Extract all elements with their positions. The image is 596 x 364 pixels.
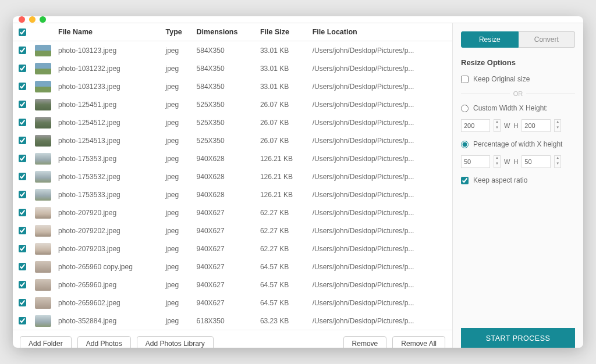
- table-row[interactable]: photo-352884.jpegjpeg618X35063.23 KB/Use…: [13, 312, 452, 330]
- row-checkbox[interactable]: [19, 101, 26, 108]
- row-checkbox[interactable]: [19, 47, 26, 54]
- row-checkbox[interactable]: [19, 65, 26, 72]
- cell-type: jpeg: [162, 185, 193, 204]
- row-checkbox[interactable]: [19, 137, 26, 144]
- thumbnail-icon: [35, 225, 51, 237]
- row-checkbox[interactable]: [19, 119, 26, 126]
- cell-filelocation: /Users/john/Desktop/Pictures/p...: [309, 59, 452, 77]
- row-checkbox[interactable]: [19, 173, 26, 180]
- row-checkbox[interactable]: [19, 191, 26, 198]
- content-area: File Name Type Dimensions File Size File…: [13, 23, 583, 348]
- cell-filesize: 33.01 KB: [257, 41, 309, 60]
- add-folder-button[interactable]: Add Folder: [20, 336, 72, 348]
- table-row[interactable]: photo-265960.jpegjpeg940X62764.57 KB/Use…: [13, 276, 452, 294]
- cell-filesize: 63.23 KB: [257, 312, 309, 330]
- table-row[interactable]: photo-175353.jpegjpeg940X628126.21 KB/Us…: [13, 149, 452, 167]
- table-row[interactable]: photo-1753532.jpegjpeg940X628126.21 KB/U…: [13, 167, 452, 185]
- col-filesize[interactable]: File Size: [257, 23, 309, 41]
- table-row[interactable]: photo-1753533.jpegjpeg940X628126.21 KB/U…: [13, 185, 452, 204]
- close-icon[interactable]: [19, 16, 25, 23]
- cell-filename: photo-265960.jpeg: [55, 276, 162, 294]
- percent-width-input[interactable]: [461, 155, 490, 168]
- row-checkbox[interactable]: [19, 317, 26, 324]
- table-row[interactable]: photo-265960 copy.jpegjpeg940X62764.57 K…: [13, 258, 452, 276]
- fullscreen-icon[interactable]: [40, 16, 46, 23]
- tab-resize[interactable]: Resize: [461, 31, 519, 48]
- custom-height-input[interactable]: [522, 119, 551, 132]
- app-window: File Name Type Dimensions File Size File…: [13, 16, 583, 348]
- row-checkbox[interactable]: [19, 299, 26, 306]
- file-table: File Name Type Dimensions File Size File…: [13, 23, 452, 330]
- keep-original-checkbox[interactable]: [461, 76, 469, 83]
- add-photos-button[interactable]: Add Photos: [77, 336, 131, 348]
- cell-type: jpeg: [162, 131, 193, 149]
- cell-filesize: 33.01 KB: [257, 77, 309, 95]
- table-row[interactable]: photo-1254513.jpegjpeg525X35026.07 KB/Us…: [13, 131, 452, 149]
- cell-dimensions: 940X627: [193, 276, 257, 294]
- width-stepper[interactable]: ▲▼: [494, 119, 501, 132]
- cell-filesize: 26.07 KB: [257, 95, 309, 113]
- cell-dimensions: 525X350: [193, 131, 257, 149]
- keep-aspect-checkbox[interactable]: [461, 177, 469, 184]
- row-checkbox[interactable]: [19, 263, 26, 270]
- table-row[interactable]: photo-2079203.jpegjpeg940X62762.27 KB/Us…: [13, 240, 452, 258]
- resize-options-title: Resize Options: [461, 58, 575, 67]
- cell-filelocation: /Users/john/Desktop/Pictures/p...: [309, 258, 452, 276]
- minimize-icon[interactable]: [29, 16, 36, 23]
- percentage-radio[interactable]: [461, 141, 469, 148]
- percent-width-stepper[interactable]: ▲▼: [494, 155, 501, 168]
- table-row[interactable]: photo-125451.jpegjpeg525X35026.07 KB/Use…: [13, 95, 452, 113]
- row-checkbox[interactable]: [19, 83, 26, 90]
- col-type[interactable]: Type: [162, 23, 193, 41]
- col-filename[interactable]: File Name: [55, 23, 162, 41]
- percent-height-input[interactable]: [522, 155, 551, 168]
- table-row[interactable]: photo-2079202.jpegjpeg940X62762.27 KB/Us…: [13, 222, 452, 240]
- cell-filelocation: /Users/john/Desktop/Pictures/p...: [309, 41, 452, 60]
- cell-dimensions: 940X628: [193, 167, 257, 185]
- cell-filesize: 126.21 KB: [257, 149, 309, 167]
- cell-filelocation: /Users/john/Desktop/Pictures/p...: [309, 185, 452, 204]
- cell-filesize: 62.27 KB: [257, 222, 309, 240]
- table-row[interactable]: photo-207920.jpegjpeg940X62762.27 KB/Use…: [13, 204, 452, 222]
- cell-filename: photo-2079203.jpeg: [55, 240, 162, 258]
- row-checkbox[interactable]: [19, 245, 26, 252]
- row-checkbox[interactable]: [19, 227, 26, 234]
- table-row[interactable]: photo-1031233.jpegjpeg584X35033.01 KB/Us…: [13, 77, 452, 95]
- cell-filesize: 26.07 KB: [257, 113, 309, 131]
- remove-button[interactable]: Remove: [343, 336, 387, 348]
- row-checkbox[interactable]: [19, 155, 26, 162]
- row-checkbox[interactable]: [19, 209, 26, 216]
- cell-filename: photo-207920.jpeg: [55, 204, 162, 222]
- cell-filename: photo-1254513.jpeg: [55, 131, 162, 149]
- height-stepper[interactable]: ▲▼: [554, 119, 561, 132]
- tab-convert[interactable]: Convert: [519, 31, 576, 48]
- mode-tabs: Resize Convert: [461, 31, 575, 48]
- thumbnail-icon: [35, 117, 51, 129]
- add-photos-library-button[interactable]: Add Photos Library: [137, 336, 214, 348]
- cell-type: jpeg: [162, 113, 193, 131]
- select-all-checkbox[interactable]: [19, 28, 26, 36]
- thumbnail-icon: [35, 297, 51, 309]
- remove-all-button[interactable]: Remove All: [392, 336, 445, 348]
- cell-filename: photo-1031232.jpeg: [55, 59, 162, 77]
- cell-type: jpeg: [162, 41, 193, 60]
- table-row[interactable]: photo-1031232.jpegjpeg584X35033.01 KB/Us…: [13, 59, 452, 77]
- cell-filename: photo-1753533.jpeg: [55, 185, 162, 204]
- cell-filelocation: /Users/john/Desktop/Pictures/p...: [309, 240, 452, 258]
- cell-filesize: 33.01 KB: [257, 59, 309, 77]
- custom-width-input[interactable]: [461, 119, 490, 132]
- table-row[interactable]: photo-103123.jpegjpeg584X35033.01 KB/Use…: [13, 41, 452, 60]
- cell-filesize: 62.27 KB: [257, 204, 309, 222]
- table-row[interactable]: photo-1254512.jpegjpeg525X35026.07 KB/Us…: [13, 113, 452, 131]
- percent-height-stepper[interactable]: ▲▼: [554, 155, 561, 168]
- cell-filesize: 126.21 KB: [257, 185, 309, 204]
- cell-filename: photo-352884.jpeg: [55, 312, 162, 330]
- row-checkbox[interactable]: [19, 281, 26, 288]
- cell-filename: photo-265960 copy.jpeg: [55, 258, 162, 276]
- col-dimensions[interactable]: Dimensions: [193, 23, 257, 41]
- custom-dimensions-radio[interactable]: [461, 105, 469, 112]
- cell-dimensions: 525X350: [193, 95, 257, 113]
- start-process-button[interactable]: START PROCESS: [461, 328, 575, 348]
- col-filelocation[interactable]: File Location: [309, 23, 452, 41]
- table-row[interactable]: photo-2659602.jpegjpeg940X62764.57 KB/Us…: [13, 294, 452, 312]
